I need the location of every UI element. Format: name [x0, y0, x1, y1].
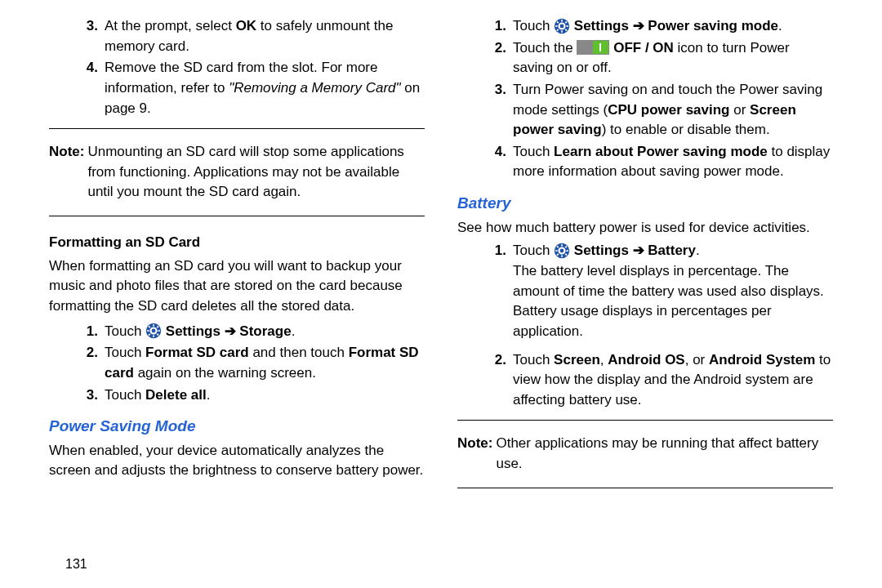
note-text: Other applications may be running that a…: [496, 434, 833, 474]
page-number: 131: [65, 557, 87, 572]
paragraph: See how much battery power is used for d…: [457, 218, 833, 238]
ordered-list: 1. Touch Settings ➔ Battery. The battery…: [457, 241, 833, 412]
ordered-list: 1. Touch Settings ➔ Power saving mode. 2…: [457, 16, 833, 184]
section-title-battery: Battery: [457, 192, 833, 215]
note-block: Note: Unmounting an SD card will stop so…: [49, 142, 425, 203]
item-body: At the prompt, select OK to safely unmou…: [105, 16, 425, 56]
note-label: Note:: [49, 142, 87, 203]
list-continuation: 3. At the prompt, select OK to safely un…: [49, 16, 425, 120]
item-body: Touch Screen, Android OS, or Android Sys…: [513, 350, 833, 411]
settings-gear-icon: [554, 243, 570, 259]
note-label: Note:: [457, 434, 496, 474]
note-block: Note: Other applications may be running …: [457, 434, 833, 474]
item-number: 1.: [82, 322, 105, 342]
item-number: 2.: [82, 343, 105, 383]
list-item: 1. Touch Settings ➔ Battery. The battery…: [490, 241, 833, 341]
divider: [457, 420, 833, 421]
item-number: 3.: [82, 16, 105, 56]
divider: [49, 128, 425, 129]
list-item: 1. Touch Settings ➔ Storage.: [82, 322, 425, 342]
item-body: Touch Settings ➔ Battery. The battery le…: [513, 241, 833, 341]
manual-page: 3. At the prompt, select OK to safely un…: [0, 0, 882, 588]
list-item: 1. Touch Settings ➔ Power saving mode.: [490, 16, 833, 37]
item-body: Touch the OFF / ON icon to turn Power sa…: [513, 38, 833, 78]
item-body: Touch Delete all.: [105, 385, 425, 406]
item-number: 2.: [490, 350, 513, 411]
item-body: Touch Settings ➔ Storage.: [105, 322, 425, 342]
ordered-list: 1. Touch Settings ➔ Storage. 2. Touch Fo…: [49, 322, 425, 408]
item-number: 4.: [490, 142, 513, 182]
item-number: 2.: [490, 38, 513, 78]
item-number: 3.: [82, 385, 105, 406]
left-column: 3. At the prompt, select OK to safely un…: [49, 16, 425, 572]
item-body: Remove the SD card from the slot. For mo…: [105, 58, 425, 118]
list-item: 4. Remove the SD card from the slot. For…: [82, 58, 425, 118]
item-body: Turn Power saving on and touch the Power…: [513, 80, 833, 140]
item-number: 3.: [490, 80, 513, 140]
list-item: 2. Touch Format SD card and then touch F…: [82, 343, 425, 383]
settings-gear-icon: [145, 323, 162, 339]
item-number: 4.: [82, 58, 105, 118]
divider: [49, 216, 425, 216]
list-item: 2. Touch Screen, Android OS, or Android …: [490, 350, 833, 411]
divider: [457, 488, 833, 488]
right-column: 1. Touch Settings ➔ Power saving mode. 2…: [457, 16, 833, 572]
item-body: Touch Format SD card and then touch Form…: [105, 343, 425, 383]
note-text: Unmounting an SD card will stop some app…: [87, 142, 425, 203]
list-item: 3. Touch Delete all.: [82, 385, 425, 406]
paragraph: When formatting an SD card you will want…: [49, 256, 425, 317]
toggle-switch-icon: [577, 40, 609, 55]
subheading-formatting: Formatting an SD Card: [49, 233, 425, 253]
item-body: Touch Settings ➔ Power saving mode.: [513, 16, 833, 37]
settings-gear-icon: [554, 18, 570, 34]
list-item: 4. Touch Learn about Power saving mode t…: [490, 142, 833, 182]
list-item: 2. Touch the OFF / ON icon to turn Power…: [490, 38, 833, 78]
section-title-power-saving: Power Saving Mode: [49, 415, 425, 438]
list-item: 3. At the prompt, select OK to safely un…: [82, 16, 425, 56]
item-number: 1.: [490, 241, 513, 341]
item-body: Touch Learn about Power saving mode to d…: [513, 142, 833, 182]
list-item: 3. Turn Power saving on and touch the Po…: [490, 80, 833, 140]
paragraph: When enabled, your device automatically …: [49, 441, 425, 481]
item-number: 1.: [490, 16, 513, 37]
